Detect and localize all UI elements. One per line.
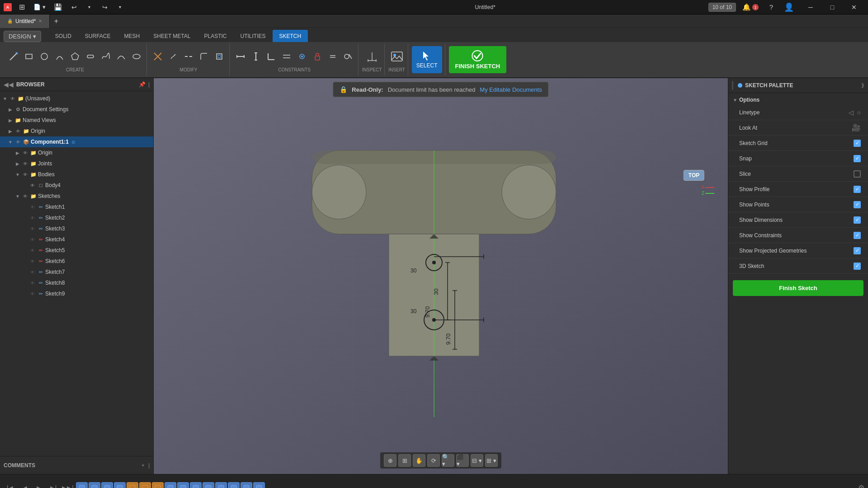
timeline-item-4[interactable] <box>127 482 138 488</box>
timeline-item-2[interactable] <box>101 482 113 488</box>
tree-eye-bodies[interactable]: 👁 <box>22 171 29 178</box>
polygon-tool-btn[interactable] <box>68 47 82 66</box>
nav-snap-btn[interactable]: ⊞ <box>398 454 411 467</box>
perpendicular-constraint-btn[interactable] <box>264 47 278 66</box>
fillet-tool-btn[interactable] <box>197 47 211 66</box>
conic-tool-btn[interactable] <box>114 47 128 66</box>
tree-item-sketch2[interactable]: 👁 ✏ Sketch2 <box>0 212 153 223</box>
nav-pan-btn[interactable]: ✋ <box>413 454 425 467</box>
linetype-icon2[interactable]: ○ <box>857 109 861 116</box>
palette-row-show-profile[interactable]: Show Profile ✓ <box>728 182 868 197</box>
parallel-constraint-btn[interactable] <box>279 47 294 66</box>
undo-dropdown-btn[interactable]: ▾ <box>83 0 96 14</box>
timeline-settings-btn[interactable]: ⚙ <box>858 483 864 488</box>
select-btn[interactable]: SELECT <box>412 46 442 73</box>
tree-item-body4[interactable]: 👁 □ Body4 <box>0 180 153 191</box>
arc-tool-btn[interactable] <box>52 47 67 66</box>
tree-item-sketches[interactable]: ▼ 👁 📁 Sketches <box>0 191 153 202</box>
timeline-start-btn[interactable]: |◀ <box>4 482 16 488</box>
canvas-viewport[interactable]: 🔒 Read-Only: Document limit has been rea… <box>154 78 728 474</box>
comments-pin-btn[interactable]: | <box>148 462 150 469</box>
sketch-grid-checkbox[interactable]: ✓ <box>854 140 861 147</box>
insert-image-btn[interactable] <box>390 47 404 66</box>
tree-item-sketch8[interactable]: 👁 ✏ Sketch8 <box>0 277 153 288</box>
browser-options-btn[interactable]: | <box>148 81 150 88</box>
spline-tool-btn[interactable] <box>99 47 113 66</box>
tree-item-sketch4[interactable]: 👁 ✏ Sketch4 <box>0 234 153 245</box>
show-profile-checkbox[interactable]: ✓ <box>854 186 861 193</box>
tree-item-unsaved[interactable]: ▼ 👁 📁 (Unsaved) <box>0 93 153 104</box>
tree-eye-sketch4[interactable]: 👁 <box>29 236 36 243</box>
tree-item-named-views[interactable]: ▶ 📁 Named Views <box>0 115 153 126</box>
tab-close-btn[interactable]: ✕ <box>38 19 42 23</box>
palette-row-show-projected[interactable]: Show Projected Geometries ✓ <box>728 243 868 258</box>
tree-item-sketch9[interactable]: 👁 ✏ Sketch9 <box>0 288 153 299</box>
nav-orbit-btn[interactable]: ⟳ <box>427 454 440 467</box>
minimize-btn[interactable]: ─ <box>800 0 821 14</box>
banner-link[interactable]: My Editable Documents <box>480 86 542 93</box>
linetype-icon1[interactable]: ◁ <box>849 109 854 116</box>
nav-zoom-btn[interactable]: 🔍 ▾ <box>442 454 454 467</box>
tab-plastic[interactable]: PLASTIC <box>197 30 233 42</box>
tree-eye-sketch9[interactable]: 👁 <box>29 290 36 297</box>
show-constraints-checkbox[interactable]: ✓ <box>854 232 861 239</box>
tree-item-joints[interactable]: ▶ 👁 📁 Joints <box>0 158 153 169</box>
ellipse-tool-btn[interactable] <box>129 47 144 66</box>
tree-eye-sketch1[interactable]: 👁 <box>29 203 36 211</box>
timeline-prev-btn[interactable]: ◀ <box>18 482 31 488</box>
tab-solid[interactable]: SOLID <box>48 30 78 42</box>
document-tab-untitled[interactable]: 🔒 Untitled* ✕ <box>0 14 50 28</box>
tab-mesh[interactable]: MESH <box>118 30 147 42</box>
timeline-item-1[interactable] <box>89 482 100 488</box>
nav-grid-btn[interactable]: ⊞ ▾ <box>485 454 498 467</box>
tree-eye-sketch6[interactable]: 👁 <box>29 258 36 265</box>
view-cube[interactable]: X Z TOP <box>674 155 714 196</box>
timeline-item-13[interactable] <box>241 482 252 488</box>
slice-checkbox[interactable] <box>854 170 861 178</box>
palette-row-3d-sketch[interactable]: 3D Sketch ✓ <box>728 258 868 274</box>
palette-row-slice[interactable]: Slice <box>728 166 868 182</box>
sketch-viewport[interactable]: 30 9.70 9.70 30 30 <box>154 78 728 474</box>
tab-sketch[interactable]: SKETCH <box>273 30 308 42</box>
horizontal-constraint-btn[interactable] <box>233 47 248 66</box>
palette-options-header[interactable]: ▼ Options <box>728 95 868 105</box>
tree-item-component1[interactable]: ▼ 👁 📦 Component1:1 ⊙ <box>0 136 153 147</box>
timeline-play-btn[interactable]: ▶ <box>33 482 45 488</box>
timeline-item-12[interactable] <box>228 482 240 488</box>
tree-eye-origin[interactable]: 👁 <box>14 127 22 135</box>
tab-surface[interactable]: SURFACE <box>78 30 118 42</box>
profile-btn[interactable]: 👤 <box>781 0 797 14</box>
palette-row-snap[interactable]: Snap ✓ <box>728 151 868 166</box>
3d-sketch-checkbox[interactable]: ✓ <box>854 263 861 270</box>
tree-item-comp-origin[interactable]: ▶ 👁 📁 Origin <box>0 147 153 158</box>
browser-collapse-btn[interactable]: ◀◀ <box>4 81 14 88</box>
finish-sketch-ribbon-btn[interactable]: FINISH SKETCH <box>449 46 507 73</box>
palette-row-show-dimensions[interactable]: Show Dimensions ✓ <box>728 212 868 228</box>
nav-fit-btn[interactable]: ⬛ ▾ <box>456 454 469 467</box>
timeline-item-6[interactable] <box>152 482 164 488</box>
vertical-constraint-btn[interactable] <box>249 47 263 66</box>
extend-tool-btn[interactable] <box>166 47 180 66</box>
tree-eye-body4[interactable]: 👁 <box>29 182 36 189</box>
view-cube-top-face[interactable]: TOP <box>684 170 704 181</box>
lock-constraint-btn[interactable] <box>310 47 325 66</box>
offset-tool-btn[interactable] <box>212 47 226 66</box>
tree-eye-sketch5[interactable]: 👁 <box>29 247 36 254</box>
show-projected-checkbox[interactable]: ✓ <box>854 247 861 254</box>
slot-tool-btn[interactable] <box>83 47 98 66</box>
tree-item-doc-settings[interactable]: ▶ ⚙ Document Settings <box>0 104 153 115</box>
break-tool-btn[interactable] <box>181 47 196 66</box>
tree-eye-sketch3[interactable]: 👁 <box>29 225 36 232</box>
tree-item-sketch1[interactable]: 👁 ✏ Sketch1 <box>0 202 153 212</box>
lookat-icon[interactable]: 🎥 <box>852 123 861 132</box>
design-mode-btn[interactable]: CREATE DESIGN ▾ <box>4 31 41 42</box>
timeline-item-7[interactable] <box>165 482 176 488</box>
finish-sketch-palette-btn[interactable]: Finish Sketch <box>733 280 863 296</box>
show-dimensions-checkbox[interactable]: ✓ <box>854 216 861 224</box>
timeline-next-btn[interactable]: ▶| <box>47 482 60 488</box>
tree-item-sketch3[interactable]: 👁 ✏ Sketch3 <box>0 223 153 234</box>
tree-eye-sketches[interactable]: 👁 <box>22 192 29 200</box>
undo-btn[interactable]: ↩ <box>68 0 80 14</box>
tree-item-sketch6[interactable]: 👁 ✏ Sketch6 <box>0 256 153 267</box>
tree-eye-component1[interactable]: 👁 <box>14 138 22 145</box>
